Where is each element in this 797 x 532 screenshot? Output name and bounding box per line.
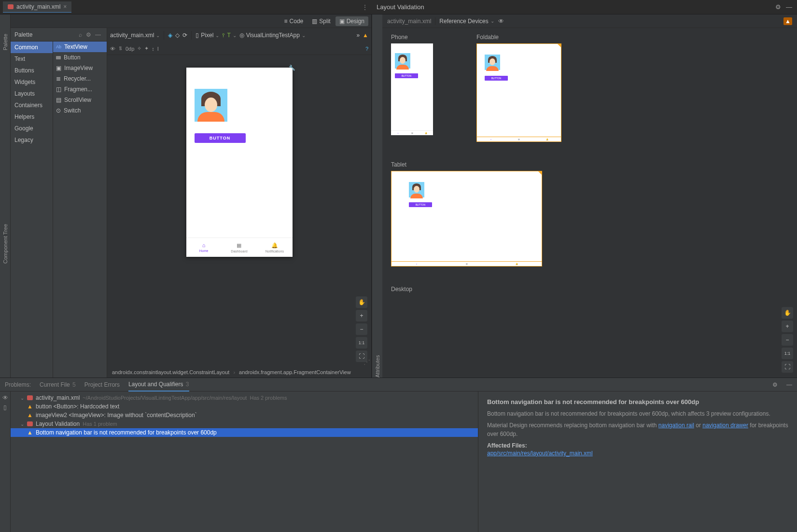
palette-rail-label[interactable]: Palette bbox=[2, 34, 8, 50]
clear-icon[interactable]: ✦ bbox=[144, 45, 149, 52]
palette-item-textview[interactable]: AbTextView bbox=[53, 42, 107, 52]
search-icon[interactable]: ⌕ bbox=[77, 31, 84, 38]
overflow-icon[interactable]: » bbox=[356, 32, 360, 39]
zoom-11-button[interactable]: 1:1 bbox=[782, 348, 793, 359]
theme-dropdown[interactable]: ⫯ T⌄ bbox=[222, 32, 236, 39]
palette-categories: Common Text Buttons Widgets Layouts Cont… bbox=[11, 42, 53, 378]
palette-item-fragment[interactable]: ◫Fragmen... bbox=[53, 84, 107, 95]
eye-icon[interactable]: 👁 bbox=[110, 46, 115, 52]
palette-cat-helpers[interactable]: Helpers bbox=[11, 111, 53, 123]
device-label-foldable: Foldable bbox=[476, 34, 561, 41]
device-label-phone: Phone bbox=[391, 34, 433, 41]
blueprint-icon[interactable]: ◇ bbox=[175, 32, 180, 39]
minimize-icon[interactable]: — bbox=[786, 3, 792, 11]
component-tree-rail-label[interactable]: Component Tree bbox=[2, 224, 8, 264]
tab-layout-qualifiers[interactable]: Layout and Qualifiers 3 bbox=[128, 378, 189, 392]
palette-item-imageview[interactable]: ▣ImageView bbox=[53, 63, 107, 73]
problem-detail: Bottom navigation bar is not recommended… bbox=[478, 392, 797, 532]
imageview-preview[interactable] bbox=[195, 89, 227, 122]
warning-icon[interactable]: ▲ bbox=[363, 32, 368, 39]
affected-file-link[interactable]: app/src/main/res/layout/activity_main.xm… bbox=[487, 450, 593, 457]
orientation-icon[interactable]: ⟳ bbox=[182, 32, 187, 39]
kebab-icon[interactable]: ⋮ bbox=[358, 4, 372, 11]
design-canvas[interactable]: 🔧 BUTTON ⌂Home ▦Dashboard 🔔Notifications bbox=[186, 68, 293, 257]
palette-cat-google[interactable]: Google bbox=[11, 123, 53, 134]
pan-button[interactable]: ✋ bbox=[356, 296, 367, 308]
chain-icon[interactable]: ↕ bbox=[152, 46, 154, 52]
preview-foldable[interactable]: BUTTON ⌂▦🔔 bbox=[476, 43, 561, 142]
bottom-nav-preview[interactable]: ⌂Home ▦Dashboard 🔔Notifications bbox=[186, 238, 293, 257]
palette-cat-common[interactable]: Common bbox=[11, 42, 53, 53]
minimize-icon[interactable]: — bbox=[786, 381, 792, 388]
warning-icon: ▲ bbox=[27, 429, 33, 436]
reference-devices-dropdown[interactable]: Reference Devices⌄ bbox=[439, 18, 494, 25]
preview-phone[interactable]: BUTTON ⌂▦🔔 bbox=[391, 43, 433, 135]
zoom-in-button[interactable]: + bbox=[356, 310, 367, 322]
eye-icon[interactable]: 👁 bbox=[498, 18, 504, 25]
palette-item-switch[interactable]: ⊙Switch bbox=[53, 105, 107, 116]
palette-title: Palette bbox=[14, 31, 32, 38]
link-navigation-drawer[interactable]: navigation drawer bbox=[702, 422, 748, 429]
detail-title: Bottom navigation bar is not recommended… bbox=[487, 398, 788, 406]
link-navigation-rail[interactable]: navigation rail bbox=[658, 422, 694, 429]
zoom-out-button[interactable]: − bbox=[782, 334, 793, 346]
device-dropdown[interactable]: ▯ Pixel⌄ bbox=[196, 32, 219, 39]
zoom-11-button[interactable]: 1:1 bbox=[356, 337, 367, 349]
detail-text: Bottom navigation bar is not recommended… bbox=[487, 409, 788, 418]
home-icon: ⌂ bbox=[202, 242, 206, 248]
gear-icon[interactable]: ⚙ bbox=[772, 381, 778, 388]
resize-handle-icon[interactable]: ⋰ bbox=[364, 358, 370, 366]
palette-cat-text[interactable]: Text bbox=[11, 53, 53, 65]
zoom-out-button[interactable]: − bbox=[356, 323, 367, 335]
palette-cat-legacy[interactable]: Legacy bbox=[11, 134, 53, 146]
view-design-button[interactable]: ▣Design bbox=[336, 16, 368, 26]
layout-validation-title: Layout Validation bbox=[377, 3, 775, 11]
tab-current-file[interactable]: Current File 5 bbox=[40, 378, 76, 391]
detail-text: Material Design recommends replacing bot… bbox=[487, 421, 788, 438]
problem-item-selected[interactable]: ▲Bottom navigation bar is not recommende… bbox=[11, 428, 478, 437]
minimize-icon[interactable]: — bbox=[93, 31, 103, 38]
palette-cat-buttons[interactable]: Buttons bbox=[11, 65, 53, 76]
file-dropdown[interactable]: activity_main.xml⌄ bbox=[110, 32, 160, 39]
zoom-in-button[interactable]: + bbox=[782, 321, 793, 332]
palette-cat-widgets[interactable]: Widgets bbox=[11, 76, 53, 88]
close-icon[interactable]: × bbox=[63, 3, 67, 10]
button-preview[interactable]: BUTTON bbox=[195, 133, 246, 143]
warning-icon[interactable]: ▲ bbox=[783, 17, 792, 25]
file-tab[interactable]: activity_main.xml × bbox=[3, 1, 71, 13]
gear-icon[interactable]: ⚙ bbox=[775, 3, 781, 11]
filter-icon[interactable]: ▯ bbox=[3, 404, 7, 411]
bell-icon: 🔔 bbox=[271, 242, 278, 249]
guideline-icon[interactable]: I bbox=[157, 46, 159, 52]
wand-icon[interactable]: ✧ bbox=[137, 45, 141, 52]
view-code-button[interactable]: ≡Code bbox=[280, 16, 308, 26]
zoom-fit-button[interactable]: ⛶ bbox=[782, 361, 793, 373]
dp-value[interactable]: 0dp bbox=[126, 46, 134, 52]
palette-item-recycler[interactable]: ≣Recycler... bbox=[53, 73, 107, 84]
device-label-tablet: Tablet bbox=[391, 161, 788, 168]
help-icon[interactable]: ? bbox=[365, 46, 368, 52]
xml-file-icon bbox=[27, 395, 33, 400]
pan-button[interactable]: ✋ bbox=[782, 307, 793, 319]
gear-icon[interactable]: ⚙ bbox=[84, 31, 93, 38]
wrench-icon[interactable]: 🔧 bbox=[289, 65, 295, 71]
palette-item-scrollview[interactable]: ▤ScrollView bbox=[53, 95, 107, 105]
view-split-button[interactable]: ▥Split bbox=[308, 16, 334, 26]
breadcrumb-segment[interactable]: androidx.constraintlayout.widget.Constra… bbox=[112, 369, 229, 375]
attributes-rail-label[interactable]: Attributes bbox=[375, 19, 380, 378]
preview-tablet[interactable]: BUTTON ⌂▦🔔 bbox=[391, 171, 542, 266]
palette-cat-layouts[interactable]: Layouts bbox=[11, 88, 53, 99]
palette-cat-containers[interactable]: Containers bbox=[11, 99, 53, 111]
breadcrumb-segment[interactable]: androidx.fragment.app.FragmentContainerV… bbox=[239, 369, 351, 375]
app-dropdown[interactable]: ◎ VisualLintingTestApp⌄ bbox=[239, 32, 306, 39]
warning-icon bbox=[538, 171, 542, 175]
problems-file-node[interactable]: ⌄ activity_main.xml ~/AndroidStudioProje… bbox=[11, 393, 478, 402]
palette-item-button[interactable]: Button bbox=[53, 52, 107, 63]
magnet-icon[interactable]: ⥮ bbox=[118, 45, 123, 52]
problem-item[interactable]: ▲imageView2 <ImageView>: Image without `… bbox=[11, 411, 478, 420]
problem-item[interactable]: ▲button <Button>: Hardcoded text bbox=[11, 402, 478, 411]
tab-project-errors[interactable]: Project Errors bbox=[84, 378, 120, 391]
layers-icon[interactable]: ◈ bbox=[168, 32, 172, 39]
eye-icon[interactable]: 👁 bbox=[2, 394, 8, 401]
problems-group-node[interactable]: ⌄ Layout Validation Has 1 problem bbox=[11, 420, 478, 428]
